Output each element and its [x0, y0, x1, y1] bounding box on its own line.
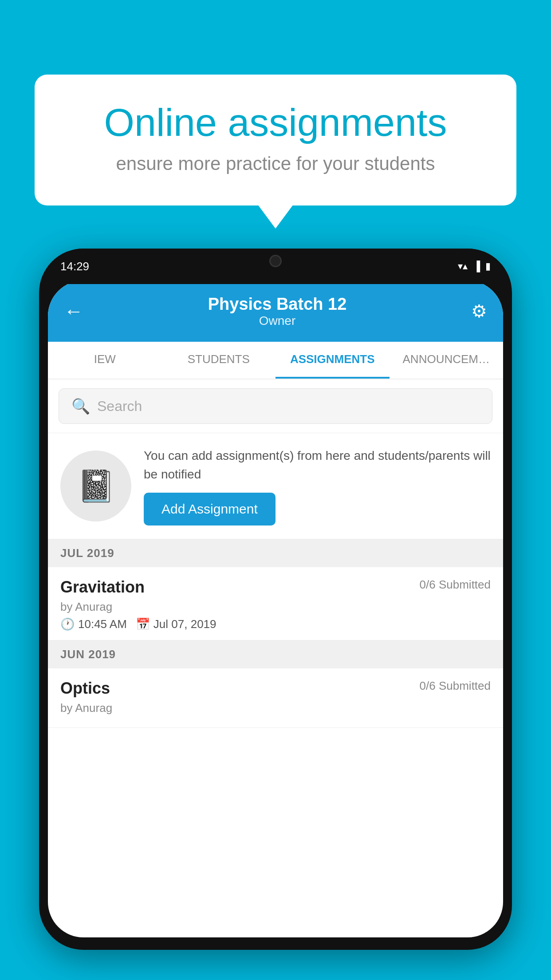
phone-frame: 14:29 ▾▴ ▐ ▮ ← Physics Batch 12 Owner ⚙ …: [39, 249, 512, 950]
assignment-date: Jul 07, 2019: [153, 617, 216, 631]
speech-bubble-container: Online assignments ensure more practice …: [35, 75, 516, 205]
header-title: Physics Batch 12: [208, 295, 347, 314]
wifi-icon: ▾▴: [458, 261, 468, 272]
assignment-author-gravitation: by Anurag: [60, 600, 491, 614]
assignment-item-optics[interactable]: Optics 0/6 Submitted by Anurag: [48, 668, 503, 728]
month-header-jul: JUL 2019: [48, 539, 503, 567]
assignment-icon-circle: 📓: [60, 450, 131, 522]
speech-bubble: Online assignments ensure more practice …: [35, 75, 516, 205]
info-content: You can add assignment(s) from here and …: [144, 447, 491, 526]
back-button[interactable]: ←: [64, 300, 83, 322]
phone-screen: ← Physics Batch 12 Owner ⚙ IEW STUDENTS …: [48, 281, 503, 937]
search-bar[interactable]: 🔍 Search: [59, 388, 492, 424]
assignment-submitted-gravitation: 0/6 Submitted: [420, 578, 491, 592]
phone-camera: [269, 255, 282, 267]
assignment-top-row-optics: Optics 0/6 Submitted: [60, 679, 491, 698]
phone-notch: 14:29 ▾▴ ▐ ▮: [39, 249, 512, 284]
assignment-submitted-optics: 0/6 Submitted: [420, 679, 491, 693]
signal-icon: ▐: [473, 261, 480, 272]
info-text: You can add assignment(s) from here and …: [144, 447, 491, 484]
assignment-top-row: Gravitation 0/6 Submitted: [60, 578, 491, 597]
search-icon: 🔍: [71, 397, 90, 415]
month-header-jun: JUN 2019: [48, 640, 503, 668]
assignment-meta-gravitation: 🕐 10:45 AM 📅 Jul 07, 2019: [60, 617, 491, 631]
assignment-author-optics: by Anurag: [60, 701, 491, 715]
notebook-icon: 📓: [77, 468, 115, 504]
info-card: 📓 You can add assignment(s) from here an…: [48, 433, 503, 539]
search-bar-container: 🔍 Search: [48, 379, 503, 433]
calendar-icon: 📅: [136, 617, 150, 631]
assignment-time-item: 🕐 10:45 AM: [60, 617, 127, 631]
assignment-title-optics: Optics: [60, 679, 110, 698]
status-icons: ▾▴ ▐ ▮: [458, 261, 491, 272]
phone-notch-center: [227, 249, 324, 273]
battery-icon: ▮: [485, 261, 491, 272]
header-subtitle: Owner: [208, 314, 347, 328]
search-placeholder: Search: [97, 398, 142, 415]
tab-announcements[interactable]: ANNOUNCEM…: [390, 342, 504, 379]
tab-assignments[interactable]: ASSIGNMENTS: [276, 342, 390, 379]
clock-icon: 🕐: [60, 617, 75, 631]
status-time: 14:29: [60, 260, 89, 273]
add-assignment-button[interactable]: Add Assignment: [144, 493, 276, 526]
assignment-date-item: 📅 Jul 07, 2019: [136, 617, 216, 631]
header-title-area: Physics Batch 12 Owner: [208, 295, 347, 328]
speech-bubble-title: Online assignments: [70, 101, 481, 144]
assignment-item-gravitation[interactable]: Gravitation 0/6 Submitted by Anurag 🕐 10…: [48, 567, 503, 640]
tab-students[interactable]: STUDENTS: [162, 342, 276, 379]
assignment-time: 10:45 AM: [78, 617, 127, 631]
tabs-bar: IEW STUDENTS ASSIGNMENTS ANNOUNCEM…: [48, 342, 503, 379]
settings-icon[interactable]: ⚙: [471, 301, 487, 321]
app-header: ← Physics Batch 12 Owner ⚙: [48, 281, 503, 342]
speech-bubble-subtitle: ensure more practice for your students: [70, 153, 481, 174]
tab-iew[interactable]: IEW: [48, 342, 162, 379]
assignment-title-gravitation: Gravitation: [60, 578, 145, 597]
